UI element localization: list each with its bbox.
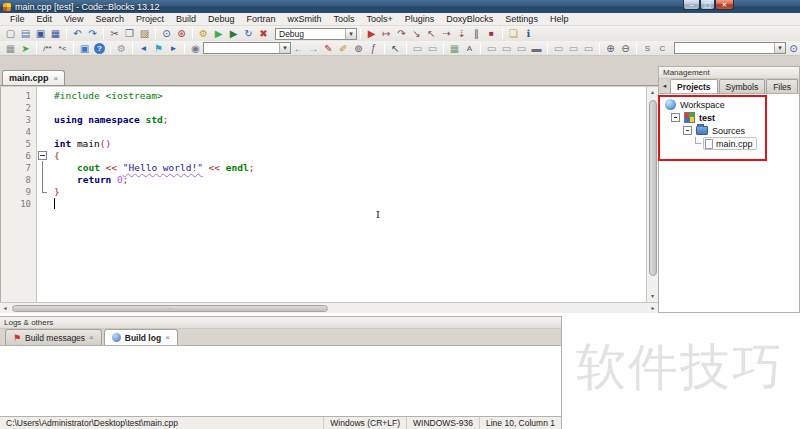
tab-scroll-left-icon[interactable]: ◂: [659, 79, 670, 93]
fold-margin[interactable]: [37, 87, 48, 302]
goto-function-icon[interactable]: ƒ: [366, 42, 381, 55]
menu-build[interactable]: Build: [170, 13, 202, 26]
replace-icon[interactable]: ⊛: [174, 27, 189, 40]
help-icon[interactable]: ?: [92, 42, 107, 55]
undo-icon[interactable]: ↶: [70, 27, 85, 40]
step-into-icon[interactable]: ↘: [409, 27, 424, 40]
menu-tools[interactable]: Tools: [328, 13, 361, 26]
wxsmith-pointer-icon[interactable]: ↖: [388, 42, 403, 55]
redo-icon[interactable]: ↷: [85, 27, 100, 40]
run-icon[interactable]: ▶: [211, 27, 226, 40]
build-icon[interactable]: ⚙: [196, 27, 211, 40]
doxy-block-comment-icon[interactable]: /**: [40, 42, 55, 55]
menu-plugins[interactable]: Plugins: [399, 13, 441, 26]
menu-help[interactable]: Help: [544, 13, 575, 26]
prev-bookmark-icon[interactable]: ◄: [136, 42, 151, 55]
collapse-icon[interactable]: [683, 126, 692, 135]
debugging-windows-icon[interactable]: ❏: [506, 27, 521, 40]
menu-doxyblocks[interactable]: DoxyBlocks: [440, 13, 499, 26]
run-to-cursor-icon[interactable]: ↦: [379, 27, 394, 40]
copy-icon[interactable]: ❐: [122, 27, 137, 40]
menu-edit[interactable]: Edit: [31, 13, 59, 26]
code-completion-icon[interactable]: ◉: [188, 42, 203, 55]
rebuild-icon[interactable]: ↻: [241, 27, 256, 40]
menu-wxsmith[interactable]: wxSmith: [282, 13, 328, 26]
print-icon[interactable]: ▦: [3, 42, 18, 55]
tree-item-test[interactable]: test: [659, 111, 799, 124]
jump-forward-icon[interactable]: →: [306, 42, 321, 55]
menu-fortran[interactable]: Fortran: [240, 13, 281, 26]
tab-build-messages[interactable]: ⚑ Build messages ×: [5, 329, 102, 345]
tree-item-main-cpp[interactable]: main.cpp: [659, 137, 799, 150]
scroll-left-icon[interactable]: ◂: [0, 303, 10, 314]
sizer-s-icon[interactable]: S: [640, 42, 655, 55]
menu-debug[interactable]: Debug: [202, 13, 241, 26]
frame-solid-icon[interactable]: ▬: [529, 42, 544, 55]
horizontal-scroll-thumb[interactable]: ···: [12, 305, 328, 312]
chevron-down-icon[interactable]: ▾: [345, 29, 356, 39]
browse-symbols-icon[interactable]: ⊚: [351, 42, 366, 55]
save-file-icon[interactable]: ▣: [33, 27, 48, 40]
next-line-icon[interactable]: ↷: [394, 27, 409, 40]
chevron-down-icon[interactable]: ▾: [774, 43, 785, 53]
build-target-select[interactable]: Debug ▾: [275, 28, 357, 40]
frame-icon[interactable]: ▭: [484, 42, 499, 55]
find-icon[interactable]: ⊙: [159, 27, 174, 40]
tab-files[interactable]: Files: [766, 79, 798, 93]
fold-collapse-icon[interactable]: [38, 151, 47, 160]
new-file-icon[interactable]: ▢: [3, 27, 18, 40]
close-button[interactable]: ✕: [715, 0, 734, 10]
box-icon[interactable]: ▭: [551, 42, 566, 55]
frame-icon[interactable]: ▭: [514, 42, 529, 55]
menu-view[interactable]: View: [58, 13, 89, 26]
debug-pause-icon[interactable]: ∥: [469, 27, 484, 40]
tab-close-icon[interactable]: ×: [54, 74, 59, 83]
minimize-button[interactable]: –: [683, 0, 700, 10]
tools-wrench-icon[interactable]: ⚙: [114, 42, 129, 55]
horizontal-scrollbar[interactable]: ◂ ··· ▸: [0, 302, 658, 313]
vertical-scroll-thumb[interactable]: [649, 100, 657, 276]
box-icon[interactable]: ▭: [581, 42, 596, 55]
maximize-button[interactable]: ▢: [700, 0, 715, 10]
toggle-bookmark-icon[interactable]: ⚑: [151, 42, 166, 55]
various-info-icon[interactable]: ℹ: [521, 27, 536, 40]
tab-close-icon[interactable]: ×: [165, 333, 170, 342]
image-tool-icon[interactable]: ▦: [447, 42, 462, 55]
run-script-icon[interactable]: ➤: [18, 42, 33, 55]
tab-symbols[interactable]: Symbols: [719, 79, 766, 93]
paste-icon[interactable]: ▨: [137, 27, 152, 40]
menu-settings[interactable]: Settings: [499, 13, 544, 26]
tab-close-icon[interactable]: ×: [89, 333, 94, 342]
code-text-area[interactable]: #include <iostream> using namespace std;…: [48, 87, 646, 302]
frame-icon[interactable]: ▭: [499, 42, 514, 55]
zoom-out-icon[interactable]: ⊖: [618, 42, 633, 55]
box-icon[interactable]: ▭: [566, 42, 581, 55]
save-all-icon[interactable]: ▦: [48, 27, 63, 40]
zoom-in-icon[interactable]: ⊕: [603, 42, 618, 55]
tab-build-log[interactable]: Build log ×: [104, 329, 178, 345]
widget-icon[interactable]: ▭: [410, 42, 425, 55]
highlight-language-icon[interactable]: ✎: [321, 42, 336, 55]
menu-search[interactable]: Search: [89, 13, 130, 26]
scroll-up-icon[interactable]: ▴: [651, 87, 654, 98]
doxy-line-comment-icon[interactable]: *<: [55, 42, 70, 55]
scroll-right-icon[interactable]: ▸: [648, 303, 658, 314]
menu-project[interactable]: Project: [130, 13, 170, 26]
wxsmith-icon[interactable]: ▣: [77, 42, 92, 55]
vertical-scrollbar[interactable]: ▴ ▾: [646, 87, 658, 302]
tree-item-workspace[interactable]: Workspace: [659, 98, 799, 111]
text-tool-icon[interactable]: A: [462, 42, 477, 55]
build-and-run-icon[interactable]: ▶: [226, 27, 241, 40]
step-out-icon[interactable]: ↖: [424, 27, 439, 40]
spell-check-icon[interactable]: ✐: [336, 42, 351, 55]
menu-tools-plus[interactable]: Tools+: [361, 13, 399, 26]
menu-file[interactable]: File: [4, 13, 31, 26]
jump-back-icon[interactable]: ←: [291, 42, 306, 55]
sizer-c-icon[interactable]: C: [655, 42, 670, 55]
tree-item-sources[interactable]: Sources: [659, 124, 799, 137]
open-file-icon[interactable]: ▤: [18, 27, 33, 40]
chevron-down-icon[interactable]: ▾: [279, 43, 290, 53]
next-instruction-icon[interactable]: ⇢: [439, 27, 454, 40]
code-editor[interactable]: 1 2 3 4 5 6 7 8 9 10 #include <iostream>…: [0, 87, 646, 302]
step-into-instruction-icon[interactable]: ⇣: [454, 27, 469, 40]
